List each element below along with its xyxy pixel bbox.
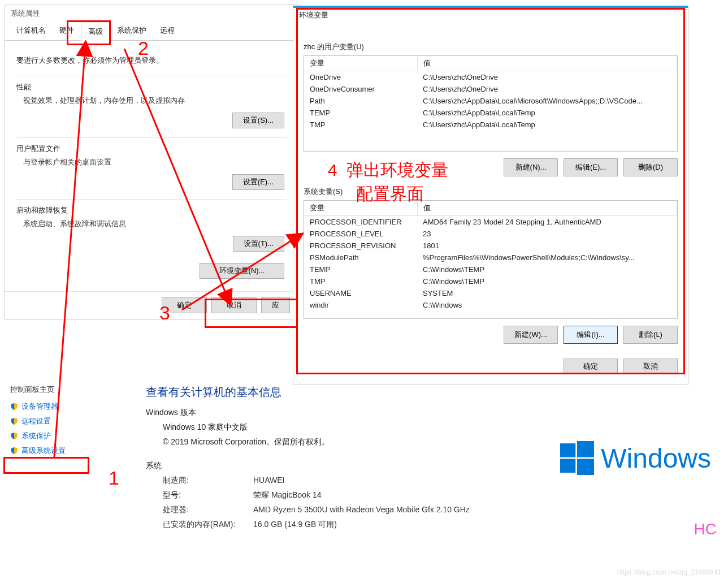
col-val[interactable]: 值 [417,201,677,216]
profiles-desc: 与登录帐户相关的桌面设置 [23,157,287,167]
sys-var-row[interactable]: PROCESSOR_LEVEL23 [304,228,677,240]
sys-vars-table[interactable]: 变量 值 PROCESSOR_IDENTIFIERAMD64 Family 23… [304,200,678,319]
user-new-button[interactable]: 新建(N)... [504,158,558,176]
sysprops-ok-button[interactable]: 确定 [162,297,207,313]
profiles-title: 用户配置文件 [16,144,287,154]
user-vars-table[interactable]: 变量 值 OneDriveC:\Users\zhc\OneDriveOneDri… [304,55,678,152]
system-info-row: 已安装的内存(RAM):16.0 GB (14.9 GB 可用) [163,520,470,530]
svg-rect-2 [560,459,575,473]
sysprops-cancel-button[interactable]: 取消 [211,297,257,313]
user-edit-button[interactable]: 编辑(E)... [564,158,618,176]
perf-desc: 视觉效果，处理器计划，内存使用，以及虚拟内存 [23,96,287,106]
sys-var-row[interactable]: windirC:\Windows [304,299,677,311]
link-label: 设备管理器 [21,401,58,412]
user-vars-label: zhc 的用户变量(U) [304,42,678,52]
sys-delete-button[interactable]: 删除(L) [623,326,678,344]
user-var-row[interactable]: OneDriveConsumerC:\Users\zhc\OneDrive [304,83,677,95]
var-value: C:\Users\zhc\AppData\Local\Microsoft\Win… [417,95,677,107]
info-key: 已安装的内存(RAM): [163,520,253,530]
watermark: https://blog.csdn.net/qq_21099841 [617,568,721,576]
col-val[interactable]: 值 [417,56,677,71]
system-heading: 查看有关计算机的基本信息 [146,385,470,400]
col-var[interactable]: 变量 [304,201,417,216]
sys-var-row[interactable]: PSModulePath%ProgramFiles%\WindowsPowerS… [304,252,677,264]
col-var[interactable]: 变量 [304,56,417,71]
sys-new-button[interactable]: 新建(W)... [504,326,558,344]
var-name: PSModulePath [304,252,417,264]
sys-var-row[interactable]: PROCESSOR_REVISION1801 [304,240,677,252]
info-value: 16.0 GB (14.9 GB 可用) [253,520,337,530]
info-key: 型号: [163,490,253,500]
env-ok-button[interactable]: 确定 [564,359,618,374]
env-cancel-button[interactable]: 取消 [623,359,678,374]
link-label: 系统保护 [21,431,51,441]
shield-icon [10,417,18,425]
oem-badge: HC [694,520,717,538]
info-key: 制造商: [163,476,253,486]
profiles-settings-button[interactable]: 设置(E)... [232,174,284,190]
var-name: windir [304,299,417,311]
sys-edit-button[interactable]: 编辑(I)... [564,326,618,344]
sysprops-tabs: 计算机名 硬件 高级 系统保护 远程 [5,22,298,41]
sys-vars-label: 系统变量(S) [304,187,678,197]
var-name: OneDriveConsumer [304,83,417,95]
svg-rect-0 [560,443,575,457]
user-var-row[interactable]: TEMPC:\Users\zhc\AppData\Local\Temp [304,107,677,119]
admin-note: 要进行大多数更改，你必须作为管理员登录。 [16,55,287,66]
user-delete-button[interactable]: 删除(D) [623,158,678,176]
startup-settings-button[interactable]: 设置(T)... [233,236,284,252]
perf-settings-button[interactable]: 设置(S)... [232,113,284,128]
sidebar-link[interactable]: 远程设置 [10,416,123,426]
tab-advanced[interactable]: 高级 [81,23,110,41]
var-value: C:\Windows\TEMP [417,264,677,275]
var-name: TMP [304,275,417,287]
var-name: Path [304,95,417,107]
tab-system-protection[interactable]: 系统保护 [110,22,153,40]
sys-var-row[interactable]: USERNAMESYSTEM [304,287,677,299]
system-info-row: 处理器:AMD Ryzen 5 3500U with Radeon Vega M… [163,505,470,515]
link-advanced-system-settings[interactable]: 高级系统设置 [10,446,123,456]
var-name: TEMP [304,264,417,275]
sidebar-link[interactable]: 设备管理器 [10,401,123,412]
windows-edition: Windows 10 家庭中文版 [163,422,470,433]
var-value: C:\Windows\TEMP [417,275,677,287]
anno-num-1: 1 [109,467,119,489]
shield-icon [10,432,18,440]
sysprops-title: 系统属性 [5,5,298,22]
windows-wordmark: Windows [601,443,711,474]
edition-title: Windows 版本 [146,408,470,418]
user-var-row[interactable]: TMPC:\Users\zhc\AppData\Local\Temp [304,119,677,131]
var-name: TEMP [304,107,417,119]
env-variables-button[interactable]: 环境变量(N)... [200,263,284,279]
system-info-row: 型号:荣耀 MagicBook 14 [163,490,470,500]
user-var-row[interactable]: OneDriveC:\Users\zhc\OneDrive [304,71,677,84]
tab-computer-name[interactable]: 计算机名 [10,22,53,40]
sys-var-row[interactable]: PROCESSOR_IDENTIFIERAMD64 Family 23 Mode… [304,216,677,228]
info-key: 处理器: [163,505,253,515]
tab-hardware[interactable]: 硬件 [53,22,81,40]
startup-desc: 系统启动、系统故障和调试信息 [23,219,287,229]
link-label: 高级系统设置 [21,446,66,456]
var-value: %ProgramFiles%\WindowsPowerShell\Modules… [417,252,677,264]
copyright: © 2019 Microsoft Corporation。保留所有权利。 [163,437,470,447]
sys-var-row[interactable]: TMPC:\Windows\TEMP [304,275,677,287]
system-section-title: 系统 [146,461,470,471]
info-value: HUAWEI [253,476,284,486]
envdlg-title: 环境变量 [293,8,688,25]
info-value: 荣耀 MagicBook 14 [253,490,322,500]
var-name: TMP [304,119,417,131]
sysprops-apply-button[interactable]: 应 [261,297,290,313]
windows-logo: Windows [560,441,711,475]
sidebar-link[interactable]: 系统保护 [10,431,123,441]
sys-var-row[interactable]: TEMPC:\Windows\TEMP [304,264,677,275]
var-value: 23 [417,228,677,240]
var-name: PROCESSOR_LEVEL [304,228,417,240]
var-value: C:\Windows [417,299,677,311]
cp-home-label: 控制面板主页 [10,385,123,395]
var-value: C:\Users\zhc\AppData\Local\Temp [417,107,677,119]
tab-remote[interactable]: 远程 [153,22,181,40]
var-value: 1801 [417,240,677,252]
user-var-row[interactable]: PathC:\Users\zhc\AppData\Local\Microsoft… [304,95,677,107]
startup-title: 启动和故障恢复 [16,205,287,215]
perf-title: 性能 [16,82,287,92]
